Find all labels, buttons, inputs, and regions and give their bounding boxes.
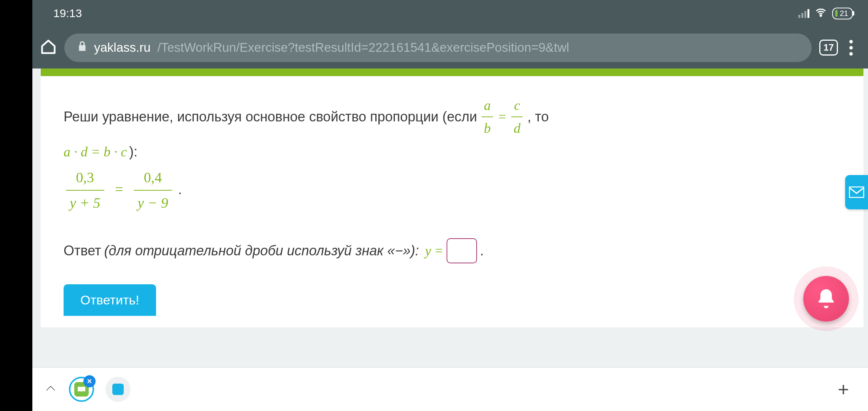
overflow-menu-button[interactable] <box>846 40 857 56</box>
browser-toolbar: yaklass.ru/TestWorkRun/Exercise?testResu… <box>32 27 868 68</box>
bottom-toolbar: × + <box>32 367 868 411</box>
answer-label: Ответ <box>64 243 101 259</box>
problem-statement: Реши уравнение, используя основное свойс… <box>64 95 841 215</box>
cellular-signal-icon <box>798 9 809 18</box>
equation-rhs-fraction: 0,4 y − 9 <box>134 165 172 215</box>
new-tab-button[interactable]: + <box>838 378 857 400</box>
equation-period: . <box>178 182 182 197</box>
equation-equals: = <box>114 181 124 197</box>
page-header-strip <box>41 68 863 76</box>
answer-hint: (для отрицательной дроби используй знак … <box>104 243 419 259</box>
tabs-button[interactable]: 17 <box>819 40 838 56</box>
url-bar[interactable]: yaklass.ru/TestWorkRun/Exercise?testResu… <box>64 33 812 62</box>
url-domain: yaklass.ru <box>94 40 151 55</box>
problem-intro-1: Реши уравнение, используя основное свойс… <box>64 107 477 127</box>
status-time: 19:13 <box>53 7 82 20</box>
lock-icon <box>77 40 87 55</box>
device-left-letterbox <box>0 0 32 411</box>
rule-close: ): <box>129 142 137 162</box>
stop-button[interactable] <box>105 377 131 402</box>
exercise-card: Реши уравнение, используя основное свойс… <box>41 76 863 327</box>
battery-percent: 21 <box>840 9 848 18</box>
feedback-mail-tab[interactable] <box>845 175 868 209</box>
answer-variable: y <box>425 243 431 259</box>
svg-rect-1 <box>849 187 864 198</box>
close-tab-badge[interactable]: × <box>83 375 96 387</box>
notifications-fab[interactable] <box>803 276 849 322</box>
fraction-c-over-d: c d <box>511 95 523 139</box>
status-right-cluster: 21 <box>798 6 853 20</box>
submit-button[interactable]: Ответить! <box>64 284 156 316</box>
home-button[interactable] <box>40 38 57 57</box>
fraction-a-over-b: a b <box>482 95 493 139</box>
equation-lhs-fraction: 0,3 y + 5 <box>66 165 104 215</box>
answer-period: . <box>480 243 484 259</box>
mail-icon <box>849 186 864 198</box>
status-bar: 19:13 21 <box>32 0 868 27</box>
equation-line: 0,3 y + 5 = 0,4 y − 9 . <box>64 165 841 215</box>
active-tab-thumbnail[interactable]: × <box>69 377 94 402</box>
bell-icon <box>815 287 838 310</box>
answer-row: Ответ (для отрицательной дроби используй… <box>64 238 841 263</box>
battery-fill-icon <box>835 10 838 17</box>
url-path: /TestWorkRun/Exercise?testResultId=22216… <box>158 40 570 55</box>
expand-up-button[interactable] <box>44 382 57 397</box>
stop-icon <box>112 384 124 395</box>
equals-sign: = <box>498 107 507 127</box>
wifi-icon <box>815 6 827 20</box>
problem-intro-2: , то <box>527 107 549 127</box>
answer-equals: = <box>434 243 443 259</box>
svg-point-0 <box>820 15 822 16</box>
main-column: 19:13 21 yaklass <box>32 0 868 411</box>
proportion-rule: a · d = b · c <box>64 142 127 162</box>
page-content-area: Реши уравнение, используя основное свойс… <box>32 68 868 367</box>
answer-input[interactable] <box>447 238 477 263</box>
battery-indicator: 21 <box>832 8 853 19</box>
bottom-left-cluster: × <box>44 377 131 402</box>
